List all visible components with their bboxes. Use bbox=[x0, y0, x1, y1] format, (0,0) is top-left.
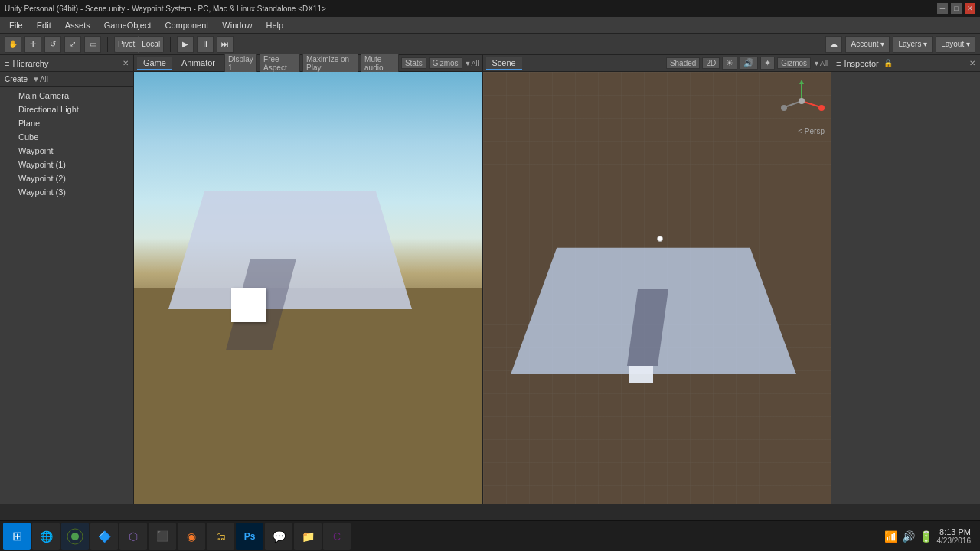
taskbar-time: 8:13 PM bbox=[937, 527, 972, 536]
pivot-button[interactable]: Pivot bbox=[114, 36, 138, 53]
layers-dropdown[interactable]: Layers ▾ bbox=[893, 36, 933, 53]
hierarchy-item-camera[interactable]: Main Camera bbox=[0, 89, 133, 103]
menu-bar: File Edit Assets GameObject Component Wi… bbox=[0, 17, 980, 34]
taskbar-app-blender[interactable]: ◉ bbox=[178, 523, 205, 550]
title-text: Unity Personal (64bit) - Scene.unity - W… bbox=[5, 5, 326, 13]
scene-cube bbox=[629, 366, 653, 383]
hierarchy-close[interactable]: ✕ bbox=[122, 59, 129, 67]
step-button[interactable]: ⏭ bbox=[217, 36, 234, 53]
tool-hand[interactable]: ✋ bbox=[5, 36, 21, 53]
account-dropdown[interactable]: Account ▾ bbox=[845, 36, 890, 53]
game-cube bbox=[231, 288, 266, 322]
scene-view-content[interactable]: < Persp bbox=[483, 72, 831, 504]
scene-light-btn[interactable]: ☀ bbox=[722, 57, 737, 70]
layout-dropdown[interactable]: Layout ▾ bbox=[936, 36, 975, 53]
taskbar-app-photoshop[interactable]: Ps bbox=[236, 523, 263, 550]
game-canvas bbox=[134, 72, 482, 504]
hierarchy-item-waypoint3[interactable]: Waypoint (3) bbox=[0, 185, 133, 199]
all-scene-label[interactable]: ▼All bbox=[813, 60, 828, 67]
tool-rotate[interactable]: ↺ bbox=[44, 36, 61, 53]
menu-file[interactable]: File bbox=[3, 19, 29, 31]
gizmos-game-btn[interactable]: Gizmos bbox=[429, 57, 462, 69]
menu-edit[interactable]: Edit bbox=[31, 19, 57, 31]
toolbar: ✋ ✛ ↺ ⤢ ▭ Pivot Local ▶ ⏸ ⏭ ☁ Account ▾ … bbox=[0, 34, 980, 55]
scene-view-controls: Shaded 2D ☀ 🔊 ✦ Gizmos ▼All bbox=[666, 57, 828, 70]
scene-persp-label: < Persp bbox=[798, 127, 825, 135]
taskbar-clock[interactable]: 8:13 PM 4/23/2016 bbox=[937, 527, 972, 545]
menu-assets[interactable]: Assets bbox=[59, 19, 96, 31]
sys-volume-icon[interactable]: 🔊 bbox=[902, 530, 915, 543]
taskbar-app-browser[interactable]: 🌐 bbox=[32, 523, 60, 550]
svg-point-3 bbox=[818, 105, 825, 111]
tab-animator[interactable]: Animator bbox=[175, 57, 221, 70]
aspect-btn[interactable]: Free Aspect bbox=[260, 54, 300, 73]
tool-scale[interactable]: ⤢ bbox=[64, 36, 81, 53]
2d-btn[interactable]: 2D bbox=[702, 57, 720, 69]
taskbar-app-vs[interactable]: ⬡ bbox=[119, 523, 147, 550]
center-area: Game Animator Display 1 Free Aspect Maxi… bbox=[134, 55, 831, 504]
taskbar-app-csharp[interactable]: C bbox=[323, 523, 351, 550]
tab-game[interactable]: Game bbox=[137, 57, 172, 70]
game-view-controls: Display 1 Free Aspect Maximize on Play M… bbox=[224, 54, 479, 73]
pause-button[interactable]: ⏸ bbox=[197, 36, 214, 53]
svg-marker-1 bbox=[799, 80, 804, 84]
taskbar-app-explorer[interactable]: 🗂 bbox=[207, 523, 234, 550]
tab-scene[interactable]: Scene bbox=[486, 57, 522, 70]
display-btn[interactable]: Display 1 bbox=[224, 54, 257, 73]
game-view-content[interactable] bbox=[134, 72, 482, 504]
local-button[interactable]: Local bbox=[138, 36, 164, 53]
window-controls[interactable]: ─ □ ✕ bbox=[937, 3, 975, 14]
taskbar-app-steam[interactable] bbox=[61, 523, 89, 550]
gizmos-scene-btn[interactable]: Gizmos bbox=[777, 57, 811, 69]
hierarchy-item-waypoint2[interactable]: Waypoint (2) bbox=[0, 171, 133, 185]
hierarchy-item-label-cube: Cube bbox=[18, 132, 38, 142]
taskbar-app-unity[interactable]: 🔷 bbox=[90, 523, 118, 550]
scene-panel: Scene Shaded 2D ☀ 🔊 ✦ Gizmos ▼All bbox=[483, 55, 831, 504]
separator-2 bbox=[170, 37, 171, 52]
stats-btn[interactable]: Stats bbox=[401, 57, 426, 69]
hierarchy-create-btn[interactable]: Create bbox=[5, 75, 28, 83]
taskbar-date: 4/23/2016 bbox=[937, 536, 972, 545]
hierarchy-item-waypoint1[interactable]: Waypoint (1) bbox=[0, 158, 133, 171]
inspector-lock[interactable]: 🔒 bbox=[884, 59, 893, 67]
all-game-label[interactable]: ▼All bbox=[465, 60, 479, 67]
hierarchy-item-label-plane: Plane bbox=[18, 119, 40, 128]
play-button[interactable]: ▶ bbox=[177, 36, 194, 53]
sys-battery-icon[interactable]: 🔋 bbox=[920, 530, 933, 543]
taskbar-app-cmd[interactable]: ⬛ bbox=[149, 523, 176, 550]
cloud-button[interactable]: ☁ bbox=[825, 36, 842, 53]
taskbar-app-skype[interactable]: 💬 bbox=[265, 523, 292, 550]
scene-audio-btn[interactable]: 🔊 bbox=[740, 57, 758, 70]
menu-help[interactable]: Help bbox=[260, 19, 289, 31]
tool-rect[interactable]: ▭ bbox=[84, 36, 101, 53]
game-view-header: Game Animator Display 1 Free Aspect Maxi… bbox=[134, 55, 482, 72]
hierarchy-item-dirlight[interactable]: Directional Light bbox=[0, 103, 133, 116]
hierarchy-item-waypoint[interactable]: Waypoint bbox=[0, 144, 133, 158]
mute-btn[interactable]: Mute audio bbox=[361, 54, 399, 73]
hierarchy-item-label-waypoint2: Waypoint (2) bbox=[18, 174, 66, 183]
inspector-content bbox=[831, 72, 980, 504]
taskbar: ⊞ 🌐 🔷 ⬡ ⬛ ◉ 🗂 Ps 💬 📁 C 📶 🔊 🔋 8:13 PM 4/2… bbox=[0, 520, 980, 551]
start-button[interactable]: ⊞ bbox=[3, 523, 31, 550]
tool-move[interactable]: ✛ bbox=[24, 36, 41, 53]
taskbar-app-folder[interactable]: 📁 bbox=[294, 523, 322, 550]
hierarchy-filter[interactable]: ▼All bbox=[32, 75, 48, 83]
close-button[interactable]: ✕ bbox=[965, 3, 975, 14]
menu-window[interactable]: Window bbox=[216, 19, 258, 31]
maximize-btn[interactable]: Maximize on Play bbox=[302, 54, 358, 73]
minimize-button[interactable]: ─ bbox=[937, 3, 948, 14]
menu-gameobject[interactable]: GameObject bbox=[98, 19, 158, 31]
shaded-btn[interactable]: Shaded bbox=[666, 57, 700, 69]
sys-network-icon[interactable]: 📶 bbox=[884, 530, 897, 543]
menu-component[interactable]: Component bbox=[158, 19, 214, 31]
hierarchy-item-cube[interactable]: Cube bbox=[0, 130, 133, 144]
hierarchy-item-label-waypoint3: Waypoint (3) bbox=[18, 187, 66, 197]
hierarchy-item-plane[interactable]: Plane bbox=[0, 116, 133, 130]
maximize-button[interactable]: □ bbox=[951, 3, 962, 14]
inspector-close[interactable]: ✕ bbox=[969, 59, 975, 67]
gizmo-svg bbox=[779, 78, 825, 124]
hierarchy-title: Hierarchy bbox=[12, 59, 48, 68]
scene-fx-btn[interactable]: ✦ bbox=[760, 57, 775, 70]
taskbar-right: 📶 🔊 🔋 8:13 PM 4/23/2016 bbox=[884, 527, 978, 545]
hierarchy-items-list: Main Camera Directional Light Plane Cube… bbox=[0, 87, 133, 504]
